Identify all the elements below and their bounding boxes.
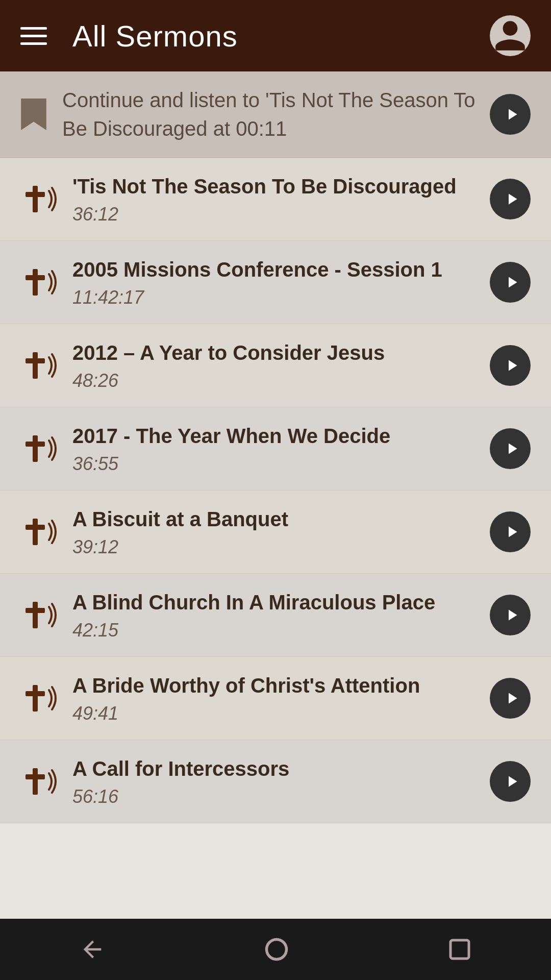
sermon-play-button[interactable] [490, 678, 531, 719]
sermon-title: A Call for Intercessors [72, 755, 480, 782]
svg-rect-6 [33, 435, 38, 462]
svg-rect-9 [26, 525, 45, 530]
sermon-info: A Blind Church In A Miraculous Place 42:… [72, 589, 480, 641]
sermon-title: 2005 Missions Conference - Session 1 [72, 256, 480, 283]
svg-point-16 [266, 940, 286, 960]
profile-button[interactable] [490, 15, 531, 56]
sermon-play-button[interactable] [490, 428, 531, 469]
sermon-icon [20, 763, 57, 800]
sermon-list: 'Tis Not The Season To Be Discouraged 36… [0, 158, 551, 919]
sermon-title: 'Tis Not The Season To Be Discouraged [72, 173, 480, 200]
home-icon [263, 936, 290, 963]
sermon-icon [20, 513, 57, 550]
play-icon [503, 689, 521, 707]
svg-rect-0 [33, 186, 38, 212]
sermon-item[interactable]: 'Tis Not The Season To Be Discouraged 36… [0, 158, 551, 241]
recents-button[interactable] [417, 927, 503, 972]
sermon-item[interactable]: 2012 – A Year to Consider Jesus 48:26 [0, 324, 551, 407]
continue-banner[interactable]: Continue and listen to 'Tis Not The Seas… [0, 71, 551, 158]
bottom-nav [0, 919, 551, 980]
svg-rect-14 [33, 768, 38, 795]
play-icon [503, 606, 521, 624]
sermon-icon [20, 680, 57, 717]
sermon-info: A Biscuit at a Banquet 39:12 [72, 506, 480, 558]
sermon-duration: 36:12 [72, 204, 480, 225]
svg-rect-15 [26, 774, 45, 779]
sermon-info: 2017 - The Year When We Decide 36:55 [72, 423, 480, 475]
svg-rect-13 [26, 691, 45, 696]
sermon-title: A Blind Church In A Miraculous Place [72, 589, 480, 616]
sermon-item[interactable]: 2017 - The Year When We Decide 36:55 [0, 407, 551, 491]
svg-rect-10 [33, 602, 38, 628]
sermon-play-button[interactable] [490, 345, 531, 386]
play-icon [503, 356, 521, 375]
sermon-duration: 11:42:17 [72, 287, 480, 308]
profile-icon [492, 17, 529, 54]
sermon-icon [20, 347, 57, 384]
continue-play-button[interactable] [490, 94, 531, 135]
sermon-duration: 39:12 [72, 536, 480, 558]
svg-rect-1 [26, 192, 45, 197]
sermon-item[interactable]: 2005 Missions Conference - Session 1 11:… [0, 241, 551, 324]
svg-rect-5 [26, 358, 45, 363]
home-button[interactable] [233, 926, 320, 973]
play-icon [503, 190, 521, 208]
sermon-info: 2005 Missions Conference - Session 1 11:… [72, 256, 480, 308]
app-header: All Sermons [0, 0, 551, 71]
play-icon [503, 523, 521, 541]
sermon-item[interactable]: A Bride Worthy of Christ's Attention 49:… [0, 657, 551, 740]
sermon-duration: 56:16 [72, 786, 480, 807]
page-title: All Sermons [72, 19, 490, 53]
svg-rect-2 [33, 269, 38, 296]
play-icon [503, 772, 521, 791]
play-icon [503, 273, 521, 291]
svg-rect-8 [33, 519, 38, 545]
sermon-play-button[interactable] [490, 262, 531, 303]
svg-rect-12 [33, 685, 38, 712]
sermon-play-button[interactable] [490, 595, 531, 635]
continue-text: Continue and listen to 'Tis Not The Seas… [62, 86, 480, 143]
sermon-play-button[interactable] [490, 511, 531, 552]
bookmark-icon [20, 99, 47, 130]
svg-rect-4 [33, 352, 38, 379]
sermon-duration: 49:41 [72, 703, 480, 724]
sermon-duration: 42:15 [72, 620, 480, 641]
sermon-duration: 36:55 [72, 453, 480, 475]
back-icon [79, 936, 106, 963]
menu-button[interactable] [20, 27, 47, 45]
sermon-item[interactable]: A Biscuit at a Banquet 39:12 [0, 491, 551, 574]
sermon-play-button[interactable] [490, 179, 531, 219]
sermon-title: 2017 - The Year When We Decide [72, 423, 480, 449]
sermon-icon [20, 430, 57, 467]
sermon-icon [20, 264, 57, 301]
sermon-play-button[interactable] [490, 761, 531, 802]
play-icon [503, 439, 521, 458]
svg-rect-11 [26, 608, 45, 613]
sermon-info: 'Tis Not The Season To Be Discouraged 36… [72, 173, 480, 225]
sermon-title: A Bride Worthy of Christ's Attention [72, 672, 480, 699]
sermon-info: A Bride Worthy of Christ's Attention 49:… [72, 672, 480, 724]
sermon-icon [20, 597, 57, 633]
sermon-info: 2012 – A Year to Consider Jesus 48:26 [72, 339, 480, 391]
svg-rect-17 [450, 940, 469, 959]
sermon-item[interactable]: A Blind Church In A Miraculous Place 42:… [0, 574, 551, 657]
sermon-title: 2012 – A Year to Consider Jesus [72, 339, 480, 366]
recents-icon [447, 937, 472, 962]
sermon-title: A Biscuit at a Banquet [72, 506, 480, 532]
sermon-icon [20, 181, 57, 217]
sermon-info: A Call for Intercessors 56:16 [72, 755, 480, 807]
sermon-duration: 48:26 [72, 370, 480, 391]
back-button[interactable] [48, 926, 136, 973]
svg-rect-7 [26, 442, 45, 447]
svg-rect-3 [26, 275, 45, 280]
play-icon [503, 105, 521, 124]
sermon-item[interactable]: A Call for Intercessors 56:16 [0, 740, 551, 823]
